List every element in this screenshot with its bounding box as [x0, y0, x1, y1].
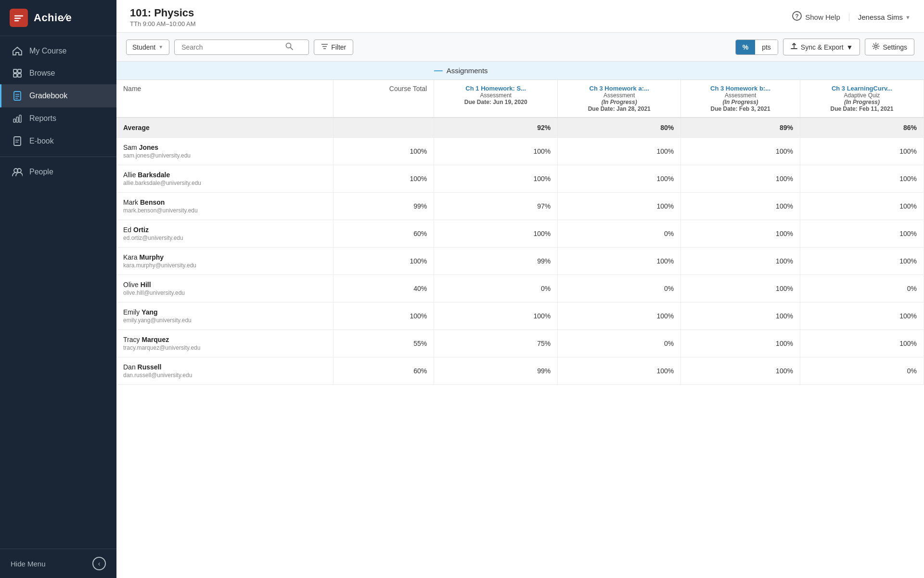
assignment-col-due-3: Due Date: Feb 11, 2021 [807, 105, 917, 112]
pct-button[interactable]: % [736, 40, 755, 54]
pts-button[interactable]: pts [755, 40, 778, 54]
ebook-icon [12, 136, 23, 146]
hide-menu-label: Hide Menu [11, 560, 46, 568]
assignment-col-header-0: Ch 1 Homework: S... Assessment Due Date:… [434, 80, 558, 118]
assignment-cell-2[interactable]: 100% [681, 275, 800, 302]
assignment-cell-2[interactable]: 100% [681, 138, 800, 165]
assignment-cell-1[interactable]: 100% [558, 165, 681, 193]
nav-label-reports: Reports [29, 114, 56, 123]
assignment-cell-0[interactable]: 92% [434, 118, 558, 138]
assignment-cell-1[interactable]: 100% [558, 248, 681, 275]
sidebar-item-reports[interactable]: Reports [0, 107, 116, 130]
assignment-cell-2[interactable]: 100% [681, 165, 800, 193]
sidebar-item-gradebook[interactable]: Gradebook [0, 84, 116, 107]
course-total-cell: 55% [334, 330, 434, 357]
assignment-cell-3[interactable]: 100% [800, 220, 924, 248]
search-input[interactable] [180, 40, 285, 54]
toolbar: Student ▼ Filter % [116, 33, 924, 62]
assignment-cell-0[interactable]: 100% [434, 165, 558, 193]
assignment-col-due-0: Due Date: Jun 19, 2020 [441, 99, 551, 105]
sidebar-item-e-book[interactable]: E-book [0, 130, 116, 153]
assignment-cell-2[interactable]: 100% [681, 357, 800, 385]
assignment-cell-1[interactable]: 80% [558, 118, 681, 138]
assignments-dash-icon: — [434, 66, 443, 76]
assignment-cell-2[interactable]: 89% [681, 118, 800, 138]
assignment-cell-0[interactable]: 75% [434, 330, 558, 357]
column-headers-row: Name Course Total Ch 1 Homework: S... As… [116, 80, 924, 118]
assignment-cell-3[interactable]: 100% [800, 330, 924, 357]
assignment-cell-1[interactable]: 0% [558, 330, 681, 357]
student-dropdown-chevron-icon: ▼ [158, 44, 163, 50]
assignment-cell-3[interactable]: 0% [800, 275, 924, 302]
search-icon [285, 42, 293, 52]
assignment-col-title-0[interactable]: Ch 1 Homework: S... [441, 85, 551, 92]
show-help-button[interactable]: ? Show Help [792, 11, 840, 23]
filter-button[interactable]: Filter [314, 39, 353, 55]
nav-divider [0, 157, 116, 157]
course-schedule: TTh 9:00 AM–10:00 AM [130, 20, 196, 27]
assignment-cell-2[interactable]: 100% [681, 193, 800, 220]
assignment-col-title-2[interactable]: Ch 3 Homework b:... [688, 85, 793, 92]
assignment-col-title-3[interactable]: Ch 3 LearningCurv... [807, 85, 917, 92]
assignment-cell-1[interactable]: 0% [558, 275, 681, 302]
svg-text:?: ? [796, 13, 799, 20]
user-menu-chevron-icon: ▼ [905, 14, 911, 20]
filter-icon [321, 43, 328, 51]
assignment-cell-3[interactable]: 86% [800, 118, 924, 138]
assignment-col-due-2: Due Date: Feb 3, 2021 [688, 105, 793, 112]
assignment-cell-0[interactable]: 100% [434, 220, 558, 248]
assignment-cell-0[interactable]: 100% [434, 302, 558, 330]
hide-menu-button[interactable]: Hide Menu ‹ [0, 549, 116, 578]
settings-button[interactable]: Settings [865, 39, 914, 55]
svg-rect-12 [16, 117, 18, 122]
assignment-cell-3[interactable]: 100% [800, 302, 924, 330]
assignment-cell-2[interactable]: 100% [681, 330, 800, 357]
svg-rect-4 [18, 69, 21, 73]
assignment-cell-2[interactable]: 100% [681, 220, 800, 248]
sync-export-button[interactable]: Sync & Export ▼ [783, 39, 860, 55]
assignment-cell-1[interactable]: 100% [558, 193, 681, 220]
sidebar-item-browse[interactable]: Browse [0, 62, 116, 84]
assignment-cell-3[interactable]: 100% [800, 248, 924, 275]
logo-area[interactable]: Achie∕e [0, 0, 116, 36]
assignment-col-type-0: Assessment [441, 92, 551, 99]
assignment-cell-0[interactable]: 99% [434, 357, 558, 385]
assignment-cell-2[interactable]: 100% [681, 302, 800, 330]
pct-pts-toggle: % pts [735, 39, 778, 55]
course-total-col-label: Course Total [389, 85, 427, 92]
name-cell: Ed Ortized.ortiz@university.edu [116, 220, 334, 248]
assignment-cell-1[interactable]: 0% [558, 220, 681, 248]
assignment-cell-3[interactable]: 0% [800, 357, 924, 385]
name-cell: Sam Jonessam.jones@university.edu [116, 138, 334, 165]
assignment-cell-3[interactable]: 100% [800, 165, 924, 193]
assignment-cell-1[interactable]: 100% [558, 357, 681, 385]
svg-point-26 [875, 45, 877, 48]
assignment-cell-3[interactable]: 100% [800, 193, 924, 220]
course-total-column-header: Course Total [334, 80, 434, 118]
assignments-group-label: Assignments [447, 66, 488, 75]
assignment-cell-1[interactable]: 100% [558, 138, 681, 165]
student-dropdown[interactable]: Student ▼ [126, 39, 169, 55]
gear-icon [872, 42, 880, 52]
assignment-cell-0[interactable]: 100% [434, 138, 558, 165]
column-group-row: — Assignments [116, 62, 924, 80]
nav-label-people: People [29, 168, 53, 176]
assignment-col-title-1[interactable]: Ch 3 Homework a:... [565, 85, 674, 92]
assignment-cell-0[interactable]: 97% [434, 193, 558, 220]
settings-label: Settings [883, 43, 907, 51]
sidebar-item-people[interactable]: People [0, 161, 116, 183]
assignment-cell-1[interactable]: 100% [558, 302, 681, 330]
nav-label-gradebook: Gradebook [29, 92, 67, 100]
sync-export-chevron-icon: ▼ [847, 43, 853, 51]
assignments-group-header: — Assignments [434, 62, 924, 80]
sidebar-item-my-course[interactable]: My Course [0, 40, 116, 62]
assignment-cell-0[interactable]: 99% [434, 248, 558, 275]
assignment-cell-3[interactable]: 100% [800, 138, 924, 165]
student-dropdown-label: Student [132, 43, 155, 51]
assignment-cell-2[interactable]: 100% [681, 248, 800, 275]
course-total-cell: 60% [334, 357, 434, 385]
assignment-cell-0[interactable]: 0% [434, 275, 558, 302]
user-menu[interactable]: Jenessa Sims ▼ [849, 13, 911, 21]
table-row: Emily Yangemily.yang@university.edu100%1… [116, 302, 924, 330]
gradebook-table-wrapper: — Assignments Name Course Total Ch 1 Hom… [116, 62, 924, 578]
